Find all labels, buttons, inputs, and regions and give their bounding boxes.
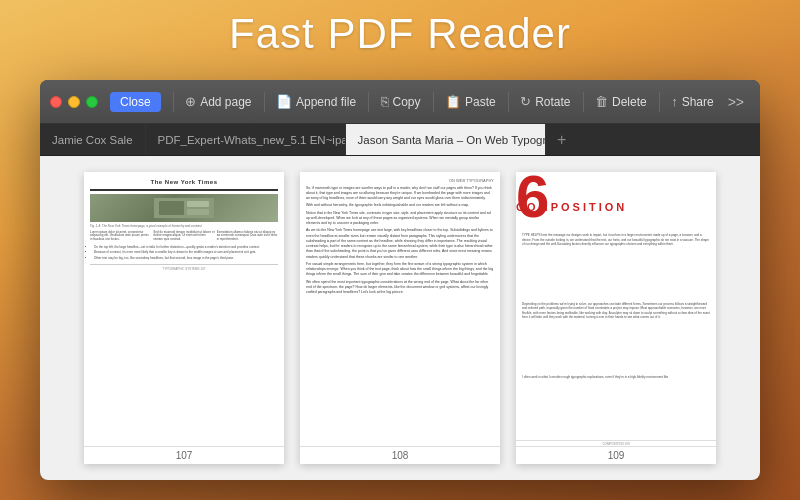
svg-rect-3 bbox=[187, 209, 209, 215]
delete-label: Delete bbox=[612, 95, 647, 109]
pdf-page-107: The New York Times Fig. 1-4: The New Yor… bbox=[84, 172, 284, 464]
page-108-para3: Notice that in the New York Times site, … bbox=[306, 211, 494, 227]
copy-icon: ⎘ bbox=[381, 94, 389, 109]
page-108-header: ON WEB TYPOGRAPHY bbox=[306, 178, 494, 184]
page-109-number: 109 bbox=[516, 446, 716, 464]
copy-button[interactable]: ⎘ Copy bbox=[373, 91, 429, 112]
list-item: On the top left, the large headline—set … bbox=[94, 245, 278, 249]
toolbar: Close ⊕ Add page 📄 Append file ⎘ Copy 📋 … bbox=[40, 80, 760, 124]
page-107-col2: Sed do eiusmod tempor incididunt ut labo… bbox=[153, 231, 214, 243]
copy-label: Copy bbox=[393, 95, 421, 109]
close-light[interactable] bbox=[50, 96, 62, 108]
rotate-button[interactable]: ↻ Rotate bbox=[512, 91, 578, 112]
page-109-para1: TYPE HELPS form the message our designs … bbox=[522, 233, 710, 247]
add-page-label: Add page bbox=[200, 95, 251, 109]
page-107-number: 107 bbox=[84, 446, 284, 464]
page-107-col1: Lorem ipsum dolor sit amet, consectetur … bbox=[90, 231, 151, 243]
page-107-title: The New York Times bbox=[90, 178, 278, 186]
paste-icon: 📋 bbox=[445, 94, 461, 109]
page-109-title: COMPOSITION bbox=[516, 200, 716, 215]
svg-rect-1 bbox=[159, 201, 184, 215]
paste-button[interactable]: 📋 Paste bbox=[437, 91, 504, 112]
rotate-icon: ↻ bbox=[520, 94, 531, 109]
page-108-number: 108 bbox=[300, 446, 500, 464]
page-107-columns: Lorem ipsum dolor sit amet, consectetur … bbox=[90, 231, 278, 243]
paste-label: Paste bbox=[465, 95, 496, 109]
page-107-header: The New York Times bbox=[90, 178, 278, 191]
minimize-light[interactable] bbox=[68, 96, 80, 108]
list-item: Because of contrast, it's even more like… bbox=[94, 250, 278, 254]
pdf-page-108: ON WEB TYPOGRAPHY So, if mammoth type or… bbox=[300, 172, 500, 464]
content-area: The New York Times Fig. 1-4: The New Yor… bbox=[40, 156, 760, 480]
main-window: Close ⊕ Add page 📄 Append file ⎘ Copy 📋 … bbox=[40, 80, 760, 480]
add-page-button[interactable]: ⊕ Add page bbox=[177, 91, 259, 112]
page-107-footer: TYPOGRAPHIC SYSTEMS 107 bbox=[90, 264, 278, 271]
page-107-col3: Exercitation ullamco laboris nisi ut ali… bbox=[217, 231, 278, 243]
tabs-bar: Jamie Cox Sale PDF_Expert-Whats_new_5.1 … bbox=[40, 124, 760, 156]
page-108-para1: So, if mammoth type or images are surefi… bbox=[306, 186, 494, 202]
page-108-para6: We often spend the most important typogr… bbox=[306, 280, 494, 296]
tab-jason-santa[interactable]: Jason Santa Maria – On Web Typogra... ✕ bbox=[346, 124, 546, 155]
tab-jamie-cox-label: Jamie Cox Sale bbox=[52, 134, 133, 146]
tab-pdf-expert-label: PDF_Expert-Whats_new_5.1 EN~ipad bbox=[158, 134, 346, 146]
append-file-icon: 📄 bbox=[276, 94, 292, 109]
tab-jamie-cox[interactable]: Jamie Cox Sale bbox=[40, 124, 146, 155]
page-109-inner: 6 COMPOSITION TYPE HELPS form the messag… bbox=[516, 172, 716, 446]
share-label: Share bbox=[682, 95, 714, 109]
share-icon: ↑ bbox=[671, 94, 678, 109]
list-item: Other text may be big, too, like seconda… bbox=[94, 256, 278, 260]
close-button[interactable]: Close bbox=[110, 92, 161, 112]
newspaper-image-svg bbox=[154, 198, 214, 218]
page-109-para2: Depending on the problems we're trying t… bbox=[522, 302, 710, 320]
page-107-inner: The New York Times Fig. 1-4: The New Yor… bbox=[84, 172, 284, 446]
maximize-light[interactable] bbox=[86, 96, 98, 108]
pdf-page-109: 6 COMPOSITION TYPE HELPS form the messag… bbox=[516, 172, 716, 464]
traffic-lights bbox=[50, 96, 98, 108]
page-107-list: On the top left, the large headline—set … bbox=[90, 245, 278, 260]
page-108-para4: As we do the New York Times homepage use… bbox=[306, 228, 494, 260]
page-109-footer: COMPOSITION 109 bbox=[516, 440, 716, 446]
add-page-icon: ⊕ bbox=[185, 94, 196, 109]
delete-icon: 🗑 bbox=[595, 94, 608, 109]
tab-pdf-expert[interactable]: PDF_Expert-Whats_new_5.1 EN~ipad ✕ bbox=[146, 124, 346, 155]
tab-add-button[interactable]: + bbox=[546, 124, 578, 155]
tab-jason-santa-label: Jason Santa Maria – On Web Typogra... bbox=[358, 134, 546, 146]
page-108-inner: ON WEB TYPOGRAPHY So, if mammoth type or… bbox=[300, 172, 500, 446]
page-108-para5: For casual simple arrangements here, but… bbox=[306, 262, 494, 278]
page-108-para2: With and without hierarchy, the typograp… bbox=[306, 203, 494, 208]
app-title: Fast PDF Reader bbox=[0, 10, 800, 58]
more-button[interactable]: >> bbox=[722, 91, 750, 113]
svg-rect-2 bbox=[187, 201, 209, 207]
share-button[interactable]: ↑ Share bbox=[663, 91, 722, 112]
page-109-para3: I often work in what I consider rough ty… bbox=[522, 375, 710, 380]
append-file-label: Append file bbox=[296, 95, 356, 109]
delete-button[interactable]: 🗑 Delete bbox=[587, 91, 655, 112]
rotate-label: Rotate bbox=[535, 95, 570, 109]
page-107-caption: Fig. 1-4: The New York Times homepage, a… bbox=[90, 224, 278, 228]
append-file-button[interactable]: 📄 Append file bbox=[268, 91, 364, 112]
page-107-image bbox=[90, 194, 278, 222]
